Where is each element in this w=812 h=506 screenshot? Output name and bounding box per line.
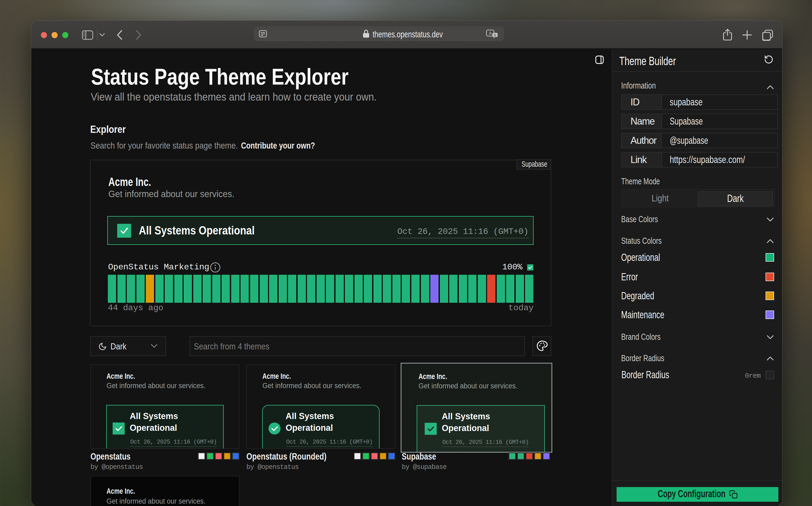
svg-text:文: 文	[494, 33, 497, 37]
svg-text:A: A	[489, 31, 492, 36]
